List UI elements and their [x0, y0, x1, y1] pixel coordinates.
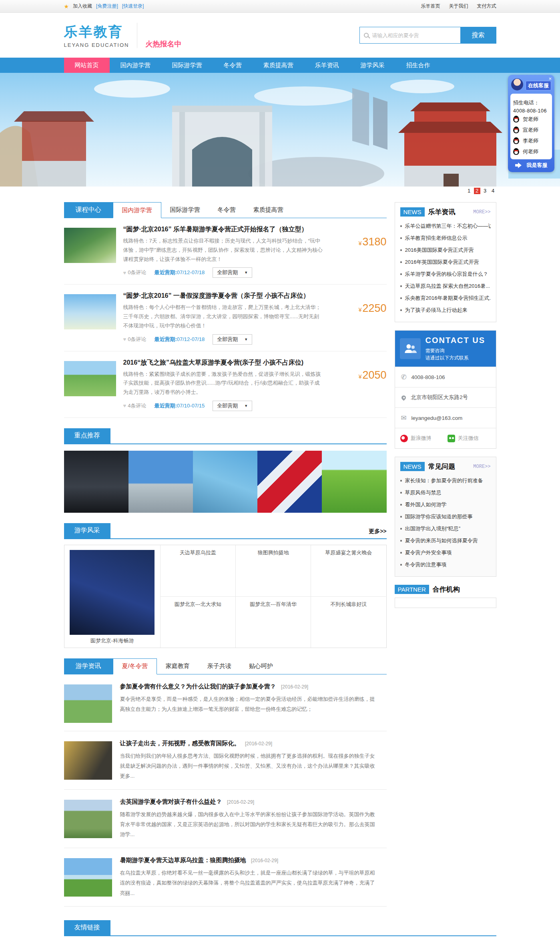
- article-tab[interactable]: 夏/冬令营: [113, 658, 157, 674]
- news-list-item[interactable]: 乐央教育2016年暑期夏令营招生正式...: [400, 292, 491, 304]
- register-link[interactable]: [免费注册]: [96, 3, 118, 10]
- faq-list-item[interactable]: 草原风俗与禁忌: [400, 487, 491, 499]
- news-more-link[interactable]: MORE>>: [473, 209, 490, 215]
- banner-page-number[interactable]: 4: [490, 188, 496, 194]
- article-excerpt: 当我们给到我们的年轻人很多思考方法、国际化视野的时候，他就拥有了更多选择的权利。…: [120, 751, 376, 781]
- i-am-service-button[interactable]: 我是客服: [508, 162, 554, 169]
- kids-team-photo: [64, 741, 112, 780]
- gallery-item[interactable]: 草原盛宴之篝火晚会: [311, 545, 386, 596]
- articles-tabrow: 游学资讯 夏/冬令营家庭教育亲子共读贴心呵护: [64, 658, 387, 674]
- nav-item[interactable]: 乐羊资讯: [304, 58, 350, 73]
- site-header: 乐羊教育 LEYANG EDUCATION 火热报名中 搜索: [0, 13, 560, 58]
- hero-banner[interactable]: × 在线客服 招生电话： 4008-808-106 贺老师 宣老师: [0, 73, 560, 187]
- course-tab[interactable]: 冬令营: [209, 202, 245, 218]
- article-title[interactable]: 参加夏令营有什么意义？为什么让我们的孩子参加夏令营？: [120, 683, 276, 690]
- wechat-link[interactable]: 关注微信: [448, 435, 491, 442]
- add-favorite-link[interactable]: 加入收藏: [73, 3, 92, 10]
- gallery-item[interactable]: 圆梦北京---百年清华: [235, 596, 311, 648]
- service-teacher-item[interactable]: 宣老师: [513, 124, 549, 135]
- gallery-big-item[interactable]: 圆梦北京-科海畅游: [64, 545, 160, 648]
- faq-list-item[interactable]: 出国游学出入境别“犯忌”: [400, 523, 491, 535]
- course-title[interactable]: “圆梦·北京2016” 一暑假深度游学夏令营（亲子型 小孩不占床位）: [123, 292, 323, 300]
- article-tab[interactable]: 贴心呵护: [240, 658, 282, 674]
- nav-item[interactable]: 游学风采: [350, 58, 395, 73]
- article-title[interactable]: 让孩子走出去，开拓视野，感受教育国际化。: [120, 740, 240, 746]
- article-title[interactable]: 去英国游学夏令营对孩子有什么益处？: [120, 798, 222, 805]
- banner-page-number[interactable]: 3: [482, 188, 488, 194]
- banner-page-number[interactable]: 1: [466, 188, 472, 194]
- news-list-item[interactable]: 天边草原乌拉盖 探索大自然2016暑...: [400, 280, 491, 292]
- gallery-item[interactable]: 圆梦北京---北大求知: [160, 596, 235, 648]
- envelope-icon: ✉: [400, 414, 407, 422]
- gallery-more-link[interactable]: 更多>>: [369, 528, 386, 538]
- weibo-link[interactable]: 新浪微博: [400, 435, 444, 442]
- gallery-item[interactable]: 不到长城非好汉: [311, 596, 386, 648]
- news-list-item[interactable]: 乐羊公益赠书第三年：不忘初心——访: [400, 220, 491, 232]
- course-title[interactable]: 2016“放飞之旅”乌拉盖大草原游学夏令营(亲子型 小孩不占床位): [123, 359, 323, 367]
- news-list-item[interactable]: 乐羊游学夏令营的核心宗旨是什么？: [400, 268, 491, 280]
- faq-list-item[interactable]: 冬令营的注意事项: [400, 559, 491, 571]
- article-tab[interactable]: 家庭教育: [157, 658, 199, 674]
- article-date: [2016-02-29]: [251, 858, 278, 863]
- nav-item[interactable]: 冬令营: [213, 58, 253, 73]
- camp-period-select[interactable]: 全部营期 ▼: [213, 401, 252, 411]
- course-tab[interactable]: 素质提高营: [245, 202, 292, 218]
- temple-of-heaven-photo[interactable]: [128, 451, 193, 513]
- news-list-item[interactable]: 乐羊教育招生老师信息公示: [400, 232, 491, 244]
- nav-item[interactable]: 网站首页: [64, 58, 110, 73]
- news-list-item[interactable]: 2016年英国国际夏令营正式开营: [400, 256, 491, 268]
- period-label: 最近营期:: [154, 403, 177, 409]
- ulagai-grassland-photo: [64, 858, 112, 897]
- wolf-totem-poster[interactable]: [64, 451, 128, 513]
- articles-label: 游学资讯: [64, 658, 113, 674]
- article-tab[interactable]: 亲子共读: [199, 658, 240, 674]
- statue-of-liberty-photo[interactable]: [193, 451, 257, 513]
- news-box: NEWS 乐羊资讯 MORE>> 乐羊公益赠书第三年：不忘初心——访乐羊教育招生…: [395, 202, 496, 322]
- banner-page-number[interactable]: 2: [474, 188, 480, 194]
- green-meadow-photo[interactable]: [322, 451, 386, 513]
- login-link[interactable]: [快速登录]: [122, 3, 144, 10]
- news-list-item[interactable]: 为了孩子必须马上行动起来: [400, 304, 491, 316]
- faq-list-item[interactable]: 国际游学你应该知道的那些事: [400, 511, 491, 523]
- service-agent-avatar: [511, 78, 523, 90]
- right-sidebar: NEWS 乐羊资讯 MORE>> 乐羊公益赠书第三年：不忘初心——访乐羊教育招生…: [395, 202, 496, 608]
- faq-list-item[interactable]: 家长须知：参加夏令营的行前准备: [400, 475, 491, 487]
- service-teacher-item[interactable]: 贺老师: [513, 114, 549, 124]
- search-input[interactable]: [372, 32, 456, 38]
- camp-period-select[interactable]: 全部营期 ▼: [213, 334, 252, 345]
- topbar-link[interactable]: 支付方式: [477, 3, 496, 10]
- faq-list-item[interactable]: 看外国人如何游学: [400, 499, 491, 511]
- search-button[interactable]: 搜索: [460, 27, 496, 44]
- gallery-item[interactable]: 天边草原乌拉盖: [160, 545, 235, 596]
- faq-list: 家长须知：参加夏令营的行前准备草原风俗与禁忌看外国人如何游学国际游学你应该知道的…: [400, 475, 491, 571]
- course-tab[interactable]: 国内游学营: [113, 202, 161, 218]
- service-teacher-item[interactable]: 何老师: [513, 146, 549, 157]
- beijing-cartoon-poster: [64, 294, 116, 329]
- news-title: 乐羊资讯: [428, 207, 456, 217]
- camp-period-select[interactable]: 全部营期 ▼: [213, 267, 252, 278]
- contact-header: CONTACT US 需要咨询 请通过以下方式联系: [395, 331, 496, 367]
- service-teacher-item[interactable]: 李老师: [513, 135, 549, 146]
- topbar-link[interactable]: 关于我们: [449, 3, 468, 10]
- topbar-link[interactable]: 乐羊首页: [421, 3, 440, 10]
- faq-more-link[interactable]: MORE>>: [473, 464, 490, 469]
- news-list-item[interactable]: 2016美国国际夏令营正式开营: [400, 244, 491, 256]
- nav-item[interactable]: 国际游学营: [161, 58, 213, 73]
- course-price: ¥2250: [359, 302, 387, 344]
- gallery-item[interactable]: 狼图腾拍摄地: [235, 545, 311, 596]
- article-title[interactable]: 暑期游学夏令营天边草原乌拉盖：狼图腾拍摄地: [120, 857, 246, 863]
- friend-links-head: 友情链接: [64, 920, 496, 936]
- yen-sign: ¥: [359, 240, 362, 247]
- location-pin-icon: [400, 394, 407, 401]
- faq-list-item[interactable]: 夏令营的来历与如何选择夏令营: [400, 535, 491, 547]
- course-tab[interactable]: 国际游学营: [161, 202, 209, 218]
- close-icon[interactable]: ×: [548, 76, 552, 81]
- search-box: [359, 27, 460, 44]
- course-title[interactable]: “圆梦·北京2016” 乐羊暑期游学夏令营正式开始报名了（独立型）: [123, 225, 323, 234]
- faq-list-item[interactable]: 夏令营户外安全事项: [400, 547, 491, 559]
- uk-flag-bigben-photo[interactable]: [257, 451, 322, 513]
- nav-item[interactable]: 国内游学营: [110, 58, 161, 73]
- site-logo[interactable]: 乐羊教育 LEYANG EDUCATION: [64, 23, 138, 48]
- nav-item[interactable]: 素质提高营: [253, 58, 304, 73]
- nav-item[interactable]: 招生合作: [395, 58, 441, 73]
